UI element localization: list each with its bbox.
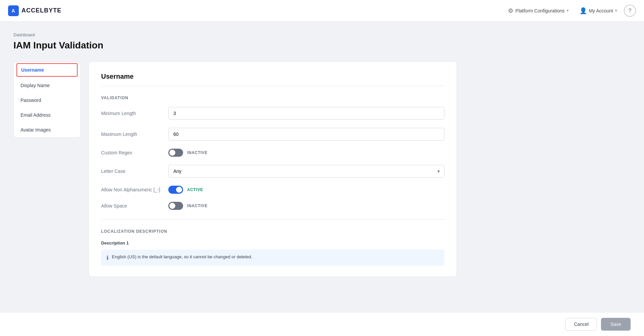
content-panel: Username VALIDATION Minimum Length Maxim… [89,62,457,277]
help-button[interactable]: ? [624,5,636,17]
logo: A ACCELBYTE [8,5,61,16]
letter-case-row: Letter Case Any Lowercase Uppercase ▾ [101,165,444,178]
breadcrumb: Dashboard [13,32,457,37]
section-divider [101,219,444,220]
save-button[interactable]: Save [601,318,631,331]
custom-regex-status: INACTIVE [187,150,208,155]
sidebar-item-password[interactable]: Password [14,93,80,108]
user-icon: 👤 [579,7,587,14]
localization-section-label: LOCALIZATION DESCRIPTION [101,229,444,234]
maximum-length-input[interactable] [168,128,444,141]
minimum-length-label: Minimum Length [101,111,168,116]
validation-section-label: VALIDATION [101,96,444,100]
platform-chevron-icon: ▾ [567,8,569,13]
letter-case-select[interactable]: Any Lowercase Uppercase [168,165,444,178]
allow-space-row: Allow Space INACTIVE [101,202,444,210]
maximum-length-label: Maximum Length [101,132,168,137]
allow-non-alpha-toggle-wrapper: ACTIVE [168,186,444,194]
custom-regex-row: Custom Regex INACTIVE [101,149,444,157]
my-account-button[interactable]: 👤 My Account ▾ [575,4,621,17]
cancel-button[interactable]: Cancel [565,318,597,331]
allow-space-label: Allow Space [101,203,168,209]
platform-config-button[interactable]: ⚙ Platform Configurations ▾ [504,4,572,17]
logo-letter: A [11,8,15,13]
sidebar-item-email-address[interactable]: Email Address [14,108,80,122]
platform-config-label: Platform Configurations [515,8,564,13]
allow-space-control: INACTIVE [168,202,444,210]
custom-regex-control: INACTIVE [168,149,444,157]
minimum-length-input[interactable] [168,107,444,120]
minimum-length-control [168,107,444,120]
allow-space-status: INACTIVE [187,203,208,208]
my-account-label: My Account [589,8,613,13]
allow-space-thumb [169,203,175,209]
maximum-length-row: Maximum Length [101,128,444,141]
maximum-length-control [168,128,444,141]
custom-regex-thumb [169,150,175,156]
account-chevron-icon: ▾ [615,8,617,13]
help-icon: ? [629,8,632,14]
page-title: IAM Input Validation [13,40,457,51]
header-actions: ⚙ Platform Configurations ▾ 👤 My Account… [504,4,636,17]
info-message: English (US) is the default language, so… [112,254,252,259]
letter-case-control: Any Lowercase Uppercase ▾ [168,165,444,178]
logo-text: ACCELBYTE [22,7,61,14]
allow-non-alpha-thumb [176,187,182,193]
custom-regex-label: Custom Regex [101,150,168,155]
allow-non-alpha-toggle[interactable] [168,186,183,194]
logo-icon: A [8,5,19,16]
footer-actions: Cancel Save [0,312,644,336]
allow-non-alpha-status: ACTIVE [187,187,203,192]
sidebar-item-avatar-images[interactable]: Avatar Images [14,122,80,137]
sidebar: Username Display Name Password Email Add… [13,62,81,138]
main-layout: Username Display Name Password Email Add… [13,62,457,277]
allow-non-alpha-control: ACTIVE [168,186,444,194]
allow-non-alpha-row: Allow Non Alphanumeric [_-] ACTIVE [101,186,444,194]
gear-icon: ⚙ [508,7,513,14]
custom-regex-toggle[interactable] [168,149,183,157]
content-section-title: Username [101,73,444,86]
custom-regex-toggle-wrapper: INACTIVE [168,149,444,157]
allow-space-toggle[interactable] [168,202,183,210]
info-icon: ℹ [106,255,109,261]
letter-case-label: Letter Case [101,169,168,174]
description-label: Description 1 [101,240,444,246]
sidebar-item-username[interactable]: Username [16,63,78,77]
sidebar-item-display-name[interactable]: Display Name [14,78,80,93]
allow-space-toggle-wrapper: INACTIVE [168,202,444,210]
allow-non-alpha-label: Allow Non Alphanumeric [_-] [101,187,168,192]
minimum-length-row: Minimum Length [101,107,444,120]
page-content: Dashboard IAM Input Validation Username … [0,22,470,288]
info-box: ℹ English (US) is the default language, … [101,250,444,266]
header: A ACCELBYTE ⚙ Platform Configurations ▾ … [0,0,644,22]
